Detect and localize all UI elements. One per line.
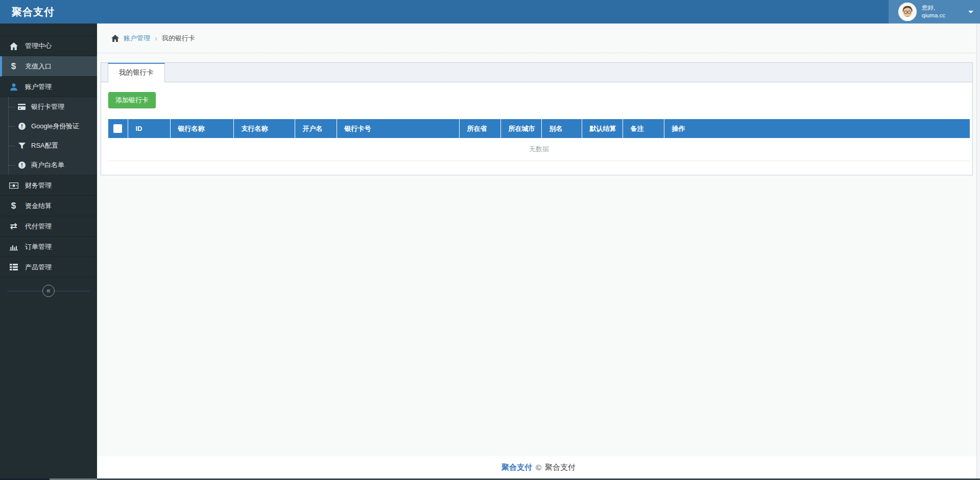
sidebar-item-label: 订单管理 xyxy=(25,242,52,252)
sidebar-submenu-account: 银行卡管理 Google身份验证 RSA配置 商户白名单 xyxy=(0,97,97,175)
sidebar-item-label: 财务管理 xyxy=(25,181,52,190)
breadcrumb-current: 我的银行卡 xyxy=(162,34,195,43)
sidebar-item-finance-management[interactable]: 财务管理 xyxy=(0,175,97,196)
breadcrumb-separator: › xyxy=(155,34,157,42)
sidebar-item-merchant-whitelist[interactable]: 商户白名单 xyxy=(0,155,97,175)
sidebar-item-label: 账户管理 xyxy=(25,82,52,92)
column-header-city: 所在城市 xyxy=(500,119,541,138)
empty-row: 无数据 xyxy=(108,138,970,161)
panel-body: 添加银行卡 ID 银行名称 支行名称 开户名 xyxy=(101,82,972,175)
add-bank-card-button[interactable]: 添加银行卡 xyxy=(108,92,156,108)
exclamation-circle-icon xyxy=(17,162,26,169)
sidebar-item-label: 商户白名单 xyxy=(31,161,64,170)
column-header-province: 所在省 xyxy=(459,119,500,138)
avatar xyxy=(898,3,917,21)
credit-card-icon xyxy=(17,104,26,110)
sidebar-item-google-auth[interactable]: Google身份验证 xyxy=(0,117,97,136)
sidebar: 管理中心 $ 充值入口 账户管理 银行卡管理 Google身份验证 xyxy=(0,24,97,480)
home-icon[interactable] xyxy=(111,35,119,42)
collapse-icon[interactable]: « xyxy=(42,285,55,297)
home-icon xyxy=(9,42,18,50)
username: qiuma.cc xyxy=(922,12,945,18)
sidebar-item-label: 管理中心 xyxy=(25,41,52,51)
sidebar-item-recharge-entry[interactable]: $ 充值入口 xyxy=(0,56,97,77)
content-area: 账户管理 › 我的银行卡 我的银行卡 添加银行卡 I xyxy=(97,24,980,480)
footer: 聚合支付 © 聚合支付 xyxy=(97,456,980,478)
sidebar-item-payout-management[interactable]: ⇄ 代付管理 xyxy=(0,216,97,237)
column-header-account-name: 开户名 xyxy=(295,119,337,138)
user-icon xyxy=(9,83,18,91)
tab-my-bank-cards[interactable]: 我的银行卡 xyxy=(108,63,165,82)
app-logo[interactable]: 聚合支付 xyxy=(0,0,97,24)
breadcrumb: 账户管理 › 我的银行卡 xyxy=(97,24,980,53)
sidebar-collapse[interactable]: « xyxy=(0,282,97,300)
sidebar-item-label: 资金结算 xyxy=(25,201,52,211)
topbar: 聚合支付 您好, qiuma.cc xyxy=(0,0,980,24)
dollar-icon: $ xyxy=(9,201,18,210)
sidebar-item-account-management[interactable]: 账户管理 xyxy=(0,77,97,97)
sidebar-item-bank-card-management[interactable]: 银行卡管理 xyxy=(0,97,97,117)
breadcrumb-link-account-management[interactable]: 账户管理 xyxy=(124,34,150,43)
column-header-card-number: 银行卡号 xyxy=(337,119,459,138)
sidebar-item-label: 充值入口 xyxy=(25,62,52,71)
table-header-row: ID 银行名称 支行名称 开户名 银行卡号 所在省 所在城市 别名 默认结算 备… xyxy=(108,119,970,138)
header-checkbox-cell xyxy=(108,119,128,138)
bar-chart-icon xyxy=(9,243,18,250)
sidebar-item-label: Google身份验证 xyxy=(31,122,79,131)
exchange-icon: ⇄ xyxy=(9,222,18,231)
column-header-bank-name: 银行名称 xyxy=(170,119,233,138)
footer-brand-link[interactable]: 聚合支付 xyxy=(501,463,532,472)
column-header-remark: 备注 xyxy=(623,119,664,138)
sidebar-item-label: 代付管理 xyxy=(25,222,52,231)
column-header-actions: 操作 xyxy=(664,119,970,138)
sidebar-item-rsa-config[interactable]: RSA配置 xyxy=(0,136,97,155)
column-header-id: ID xyxy=(128,119,170,138)
user-greeting: 您好, qiuma.cc xyxy=(922,4,945,19)
exclamation-circle-icon xyxy=(17,123,26,130)
filter-icon xyxy=(17,143,26,149)
tab-strip: 我的银行卡 xyxy=(101,63,972,82)
sidebar-item-product-management[interactable]: 产品管理 xyxy=(0,257,97,278)
scrollbar[interactable] xyxy=(976,24,980,478)
my-bank-cards-panel: 我的银行卡 添加银行卡 ID 银行名称 支行名称 xyxy=(101,62,973,175)
sidebar-item-management-center[interactable]: 管理中心 xyxy=(0,36,97,56)
copyright-symbol: © xyxy=(536,463,541,472)
column-header-alias: 别名 xyxy=(541,119,582,138)
user-menu[interactable]: 您好, qiuma.cc xyxy=(889,0,980,24)
sidebar-item-label: 银行卡管理 xyxy=(31,102,64,111)
bank-cards-table: ID 银行名称 支行名称 开户名 银行卡号 所在省 所在城市 别名 默认结算 备… xyxy=(108,119,970,161)
banknote-icon xyxy=(9,182,18,189)
chevron-down-icon xyxy=(968,11,973,16)
sidebar-item-order-management[interactable]: 订单管理 xyxy=(0,237,97,257)
app-title: 聚合支付 xyxy=(12,6,55,17)
empty-state-text: 无数据 xyxy=(108,138,970,161)
sidebar-item-label: RSA配置 xyxy=(31,141,58,150)
select-all-checkbox[interactable] xyxy=(113,124,122,133)
sidebar-item-label: 产品管理 xyxy=(25,263,52,272)
footer-brand-text: 聚合支付 xyxy=(545,463,576,472)
column-header-default-settlement: 默认结算 xyxy=(582,119,623,138)
sidebar-item-fund-settlement[interactable]: $ 资金结算 xyxy=(0,196,97,216)
dollar-icon: $ xyxy=(9,62,18,71)
list-icon xyxy=(9,264,18,270)
column-header-branch-name: 支行名称 xyxy=(233,119,295,138)
